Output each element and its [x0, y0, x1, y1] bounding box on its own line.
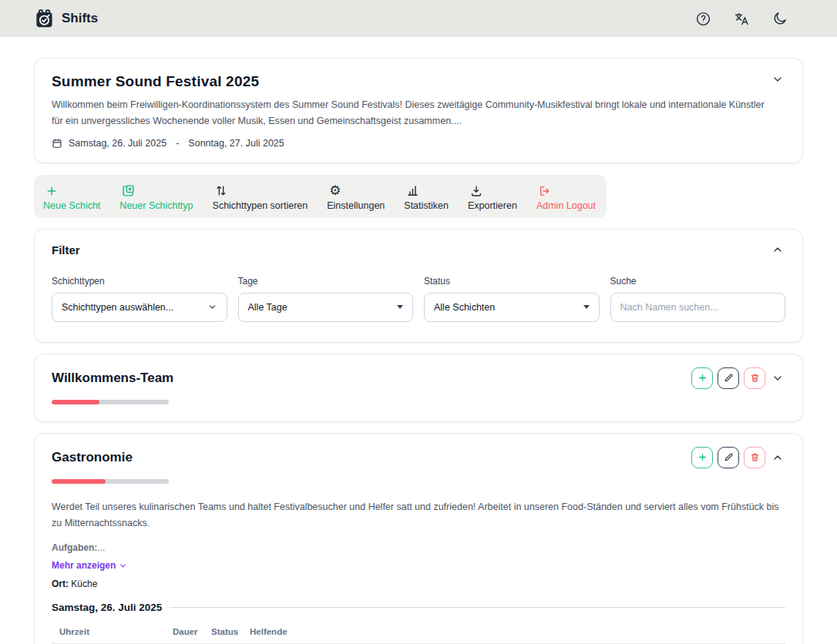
plus-icon [698, 373, 708, 383]
section-title: Gastronomie [52, 450, 133, 465]
filter-fields: Schichttypen Schichttypen auswählen... T… [52, 276, 785, 322]
shift-types-multiselect[interactable]: Schichttypen auswählen... [52, 293, 227, 322]
chevron-down-icon [119, 562, 127, 570]
section-collapse-button[interactable] [770, 372, 785, 384]
delete-section-button[interactable] [744, 367, 765, 389]
caret-down-icon [397, 305, 403, 309]
filter-card: Filter Schichttypen Schichttypen auswähl… [34, 229, 803, 343]
column-header-helpers: Helfende [250, 627, 785, 636]
chevron-down-icon [771, 73, 784, 86]
date-separator: - [176, 138, 179, 149]
caret-down-icon [583, 305, 590, 309]
status-select[interactable]: Alle Schichten [424, 293, 600, 322]
festival-date-range: Samstag, 26. Juli 2025 - Sonntag, 27. Ju… [52, 138, 785, 149]
location-line: Ort: Küche [52, 579, 785, 589]
festival-collapse-button[interactable] [770, 73, 785, 86]
gear-icon: ⚙ [329, 183, 341, 197]
delete-section-button[interactable] [744, 447, 765, 468]
admin-toolbar: Neue Schicht Neuer Schichttyp Schichttyp… [34, 175, 607, 218]
pencil-icon [724, 373, 734, 383]
date-start: Samstag, 26. Juli 2025 [69, 138, 166, 149]
chevron-up-icon [771, 243, 784, 256]
section-collapse-button[interactable] [770, 451, 785, 464]
filter-collapse-button[interactable] [770, 243, 785, 256]
new-shift-type-button[interactable]: Neuer Schichttyp [119, 183, 193, 211]
app-title: Shifts [62, 11, 98, 26]
column-header-duration: Dauer [173, 627, 211, 636]
trash-icon [750, 373, 760, 383]
tasks-line: Aufgaben:... [52, 542, 785, 553]
section-actions [691, 367, 785, 389]
admin-logout-button[interactable]: Admin Logout [536, 183, 596, 211]
search-input[interactable] [610, 293, 786, 322]
filter-field-status: Status Alle Schichten [424, 276, 600, 322]
pencil-icon [724, 452, 734, 462]
shift-table: Uhrzeit Dauer Status Helfende 07:00 – 09… [52, 622, 785, 644]
statistics-button[interactable]: Statistiken [404, 183, 449, 211]
edit-section-button[interactable] [718, 367, 739, 389]
help-button[interactable] [694, 9, 712, 28]
festival-title: Summer Sound Festival 2025 [52, 73, 259, 90]
field-label: Status [424, 276, 600, 287]
section-description: Werdet Teil unseres kulinarischen Teams … [52, 499, 784, 533]
festival-description: Willkommen beim Freiwilligen-Koordinatio… [52, 97, 768, 130]
main-content: Summer Sound Festival 2025 Willkommen be… [0, 58, 837, 644]
staffing-progress-fill [52, 479, 106, 484]
field-label: Suche [610, 276, 786, 287]
new-shift-button[interactable]: Neue Schicht [43, 183, 100, 211]
bar-chart-icon [406, 183, 419, 197]
translate-icon [734, 11, 750, 27]
staffing-progress-fill [52, 400, 99, 404]
calendar-icon [52, 138, 62, 149]
show-more-link[interactable]: Mehr anzeigen [52, 560, 127, 571]
filter-title: Filter [52, 243, 80, 257]
box-plus-icon [122, 183, 135, 197]
filter-field-shift-types: Schichttypen Schichttypen auswählen... [52, 276, 227, 322]
filter-field-days: Tage Alle Tage [238, 276, 414, 322]
trash-icon [750, 452, 760, 462]
filter-field-search: Suche [610, 276, 786, 322]
section-willkommens-team: Willkommens-Team [34, 354, 803, 422]
section-gastronomie: Gastronomie [34, 433, 803, 644]
app-header: Shifts [0, 0, 837, 37]
logout-icon [539, 183, 551, 197]
settings-button[interactable]: ⚙ Einstellungen [327, 183, 385, 211]
sort-arrows-icon [215, 183, 227, 197]
header-actions [694, 9, 803, 28]
field-label: Tage [238, 276, 414, 287]
plus-icon [698, 452, 708, 462]
table-header-row: Uhrzeit Dauer Status Helfende [52, 622, 785, 644]
help-icon [695, 11, 711, 27]
plus-icon [45, 183, 58, 197]
download-icon [470, 183, 482, 197]
day-header: Samstag, 26. Juli 2025 [52, 602, 785, 613]
app-logo: Shifts [34, 8, 98, 29]
chevron-down-icon [207, 302, 217, 312]
date-end: Sonntag, 27. Juli 2025 [188, 138, 284, 149]
section-title: Willkommens-Team [52, 371, 173, 386]
export-button[interactable]: Exportieren [468, 183, 517, 211]
days-select[interactable]: Alle Tage [238, 293, 414, 322]
staffing-progress-bar [52, 479, 169, 484]
calendar-check-logo-icon [34, 8, 55, 29]
language-button[interactable] [732, 9, 751, 28]
chevron-up-icon [771, 451, 784, 464]
sort-shift-types-button[interactable]: Schichttypen sortieren [213, 183, 308, 211]
column-header-time: Uhrzeit [59, 627, 173, 636]
column-header-status: Status [211, 627, 250, 636]
add-shift-button[interactable] [691, 367, 713, 389]
staffing-progress-bar [52, 400, 169, 404]
theme-toggle-button[interactable] [771, 9, 789, 28]
field-label: Schichttypen [52, 276, 227, 287]
day-title: Samstag, 26. Juli 2025 [52, 602, 162, 613]
chevron-down-icon [771, 372, 784, 384]
festival-card: Summer Sound Festival 2025 Willkommen be… [34, 58, 803, 163]
edit-section-button[interactable] [718, 447, 739, 468]
add-shift-button[interactable] [691, 447, 713, 468]
moon-icon [772, 11, 788, 26]
section-actions [691, 447, 785, 468]
divider [170, 607, 785, 608]
